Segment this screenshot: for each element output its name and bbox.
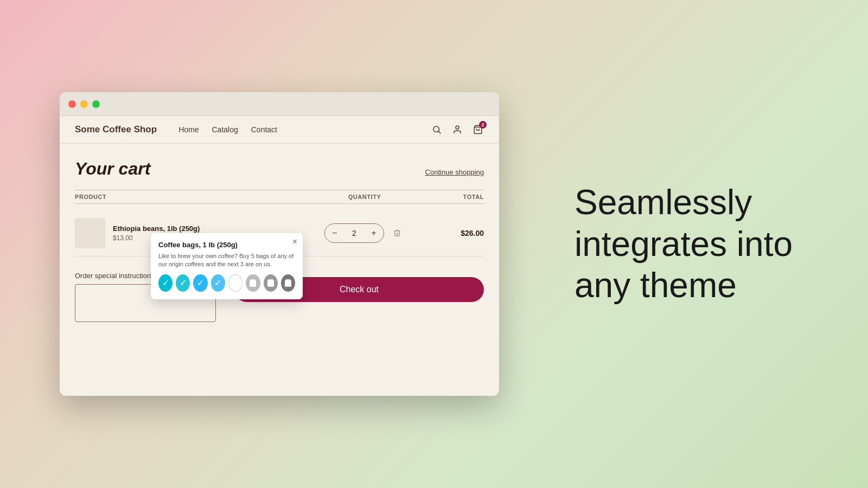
navigation: Some Coffee Shop Home Catalog Contact (60, 116, 499, 144)
svg-point-2 (456, 126, 459, 129)
tooltip-title: Coffee bags, 1 lb (250g) (158, 241, 295, 249)
progress-icon-1: ✓ (158, 274, 173, 292)
tagline-line3: any theme (575, 265, 793, 306)
tagline: Seamlessly integrates into any theme (575, 182, 793, 306)
quantity-column-header: QUANTITY (310, 194, 419, 200)
reward-icon-1 (246, 274, 260, 292)
search-icon[interactable] (431, 124, 443, 136)
nav-icons: 2 (431, 124, 484, 136)
progress-icon-5 (228, 274, 243, 292)
progress-icon-4: ✓ (211, 274, 225, 292)
delete-item-button[interactable] (390, 226, 405, 241)
store-logo: Some Coffee Shop (75, 124, 157, 135)
tooltip-progress-icons: ✓ ✓ ✓ ✓ (158, 274, 295, 292)
cart-icon[interactable]: 2 (472, 124, 484, 136)
browser-window: Some Coffee Shop Home Catalog Contact (60, 92, 499, 396)
right-panel: Seamlessly integrates into any theme (499, 160, 868, 328)
svg-line-1 (438, 131, 441, 133)
tooltip-close-button[interactable]: × (292, 237, 297, 246)
progress-icon-2: ✓ (176, 274, 190, 292)
main-content: Your cart Continue shopping PRODUCT QUAN… (60, 144, 499, 335)
continue-shopping-link[interactable]: Continue shopping (425, 168, 484, 176)
reward-icon-2 (264, 274, 278, 292)
upsell-tooltip: × Coffee bags, 1 lb (250g) Like to brew … (151, 233, 303, 299)
cart-badge: 2 (479, 121, 487, 129)
cart-table-header: PRODUCT QUANTITY TOTAL (75, 190, 484, 204)
nav-home[interactable]: Home (178, 125, 199, 134)
close-button[interactable] (68, 100, 76, 108)
cart-item: Ethiopia beans, 1lb (250g) $13.00 − 2 + (75, 210, 484, 256)
cart-title: Your cart (75, 159, 150, 179)
quantity-section: − 2 + (310, 223, 419, 243)
traffic-lights (68, 100, 100, 108)
increase-qty-button[interactable]: + (364, 224, 384, 242)
product-column-header: PRODUCT (75, 194, 310, 200)
maximize-button[interactable] (92, 100, 100, 108)
nav-catalog[interactable]: Catalog (212, 125, 238, 134)
item-total: $26.00 (419, 229, 484, 237)
progress-icon-3: ✓ (193, 274, 207, 292)
cart-header: Your cart Continue shopping (75, 159, 484, 179)
item-thumbnail (75, 218, 105, 248)
reward-icon-3 (281, 274, 295, 292)
quantity-control: − 2 + (324, 223, 384, 243)
tagline-line1: Seamlessly (575, 182, 793, 223)
title-bar (60, 92, 499, 116)
account-icon[interactable] (451, 124, 463, 136)
quantity-value: 2 (344, 229, 364, 237)
nav-links: Home Catalog Contact (178, 125, 431, 134)
total-column-header: TOTAL (419, 194, 484, 200)
tagline-line2: integrates into (575, 223, 793, 265)
decrease-qty-button[interactable]: − (325, 224, 344, 242)
item-name: Ethiopia beans, 1lb (250g) (113, 224, 200, 233)
store-content: Some Coffee Shop Home Catalog Contact (60, 116, 499, 396)
svg-point-0 (433, 126, 439, 132)
nav-contact[interactable]: Contact (251, 125, 277, 134)
tooltip-description: Like to brew your own coffee? Buy 5 bags… (158, 252, 295, 269)
minimize-button[interactable] (80, 100, 88, 108)
